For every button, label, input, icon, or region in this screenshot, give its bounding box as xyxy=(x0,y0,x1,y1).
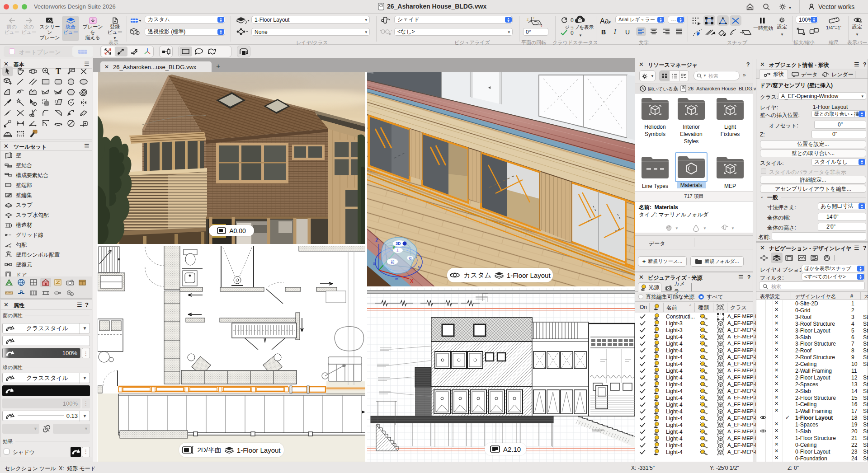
svg-text:Y: Y xyxy=(392,245,396,250)
svg-text:Z: Z xyxy=(375,238,378,243)
svg-text:右: 右 xyxy=(409,257,412,260)
svg-text:m: m xyxy=(395,277,398,281)
svg-text:3D: 3D xyxy=(396,241,401,246)
svg-text:前: 前 xyxy=(391,260,395,264)
svg-text:T: T xyxy=(56,67,61,76)
svg-text:Z: Z xyxy=(527,18,529,21)
svg-text:S: S xyxy=(373,262,375,266)
svg-text:Y: Y xyxy=(533,16,535,19)
svg-text:上: 上 xyxy=(396,248,400,253)
svg-text:N: N xyxy=(418,265,420,269)
svg-text:%: % xyxy=(9,245,11,248)
svg-text:x: x xyxy=(541,24,542,27)
svg-text:X: X xyxy=(410,278,414,284)
